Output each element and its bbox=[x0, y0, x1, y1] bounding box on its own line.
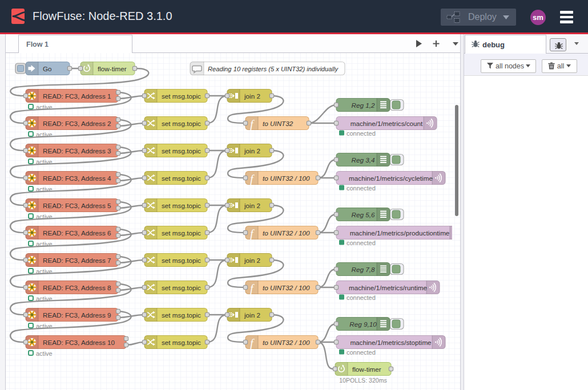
svg-text:Reading 10 registers (5 x UINT: Reading 10 registers (5 x UINT32) indivi… bbox=[208, 66, 339, 72]
svg-text:join 2: join 2 bbox=[244, 92, 260, 100]
svg-text:to UINT32 / 100: to UINT32 / 100 bbox=[263, 284, 310, 291]
svg-text:active: active bbox=[36, 295, 53, 302]
svg-text:machine/1/metrics/stoptime: machine/1/metrics/stoptime bbox=[350, 339, 431, 346]
svg-text:machine/1/metrics/count: machine/1/metrics/count bbox=[351, 120, 423, 127]
svg-text:active: active bbox=[36, 323, 53, 330]
svg-text:machine/1/metrics/runtime: machine/1/metrics/runtime bbox=[349, 284, 427, 291]
svg-text:machine/1/metrics/productionti: machine/1/metrics/productiontime bbox=[350, 229, 450, 237]
svg-text:READ: FC3, Address 3: READ: FC3, Address 3 bbox=[43, 147, 111, 155]
svg-text:active: active bbox=[36, 268, 53, 275]
svg-text:set msg.topic: set msg.topic bbox=[162, 229, 201, 237]
svg-text:join 2: join 2 bbox=[244, 311, 260, 319]
svg-text:active: active bbox=[36, 104, 53, 111]
svg-text:Reg 7,8: Reg 7,8 bbox=[352, 266, 375, 273]
svg-text:to UINT32 / 100: to UINT32 / 100 bbox=[263, 339, 310, 346]
svg-text:connected: connected bbox=[347, 349, 376, 356]
svg-text:join 2: join 2 bbox=[244, 257, 260, 264]
svg-text:set msg.topic: set msg.topic bbox=[162, 120, 201, 127]
svg-text:active: active bbox=[36, 186, 53, 193]
svg-text:connected: connected bbox=[347, 130, 376, 137]
svg-text:active: active bbox=[36, 213, 53, 220]
svg-text:Reg 5,6: Reg 5,6 bbox=[352, 211, 375, 218]
svg-text:connected: connected bbox=[347, 294, 376, 301]
svg-text:set msg.topic: set msg.topic bbox=[162, 202, 201, 209]
svg-text:set msg.topic: set msg.topic bbox=[162, 174, 201, 182]
svg-text:join 2: join 2 bbox=[244, 147, 260, 155]
svg-text:READ: FC3, Address 7: READ: FC3, Address 7 bbox=[43, 257, 111, 264]
svg-text:active: active bbox=[36, 159, 53, 165]
svg-text:READ: FC3, Address 1: READ: FC3, Address 1 bbox=[43, 92, 111, 100]
svg-text:READ: FC3, Address 8: READ: FC3, Address 8 bbox=[43, 284, 111, 291]
svg-text:active: active bbox=[36, 350, 53, 357]
svg-text:set msg.topic: set msg.topic bbox=[162, 284, 201, 291]
svg-text:Go: Go bbox=[43, 65, 52, 72]
svg-text:Reg 3,4: Reg 3,4 bbox=[352, 156, 375, 164]
svg-text:flow-timer: flow-timer bbox=[98, 65, 127, 72]
svg-text:to UINT32: to UINT32 bbox=[263, 120, 293, 127]
svg-text:connected: connected bbox=[347, 239, 376, 246]
svg-text:machine/1/metrics/cycletime: machine/1/metrics/cycletime bbox=[349, 174, 433, 182]
svg-text:READ: FC3, Address 2: READ: FC3, Address 2 bbox=[43, 120, 111, 127]
svg-text:10POLLS: 320ms: 10POLLS: 320ms bbox=[339, 377, 387, 384]
svg-text:to UINT32 / 100: to UINT32 / 100 bbox=[263, 229, 310, 237]
svg-text:READ: FC3, Address 4: READ: FC3, Address 4 bbox=[43, 174, 111, 182]
svg-text:set msg.topic: set msg.topic bbox=[162, 257, 201, 264]
svg-text:connected: connected bbox=[347, 185, 376, 192]
svg-text:active: active bbox=[36, 241, 53, 247]
svg-text:READ: FC3, Address 9: READ: FC3, Address 9 bbox=[43, 311, 111, 319]
svg-text:to UINT32 / 100: to UINT32 / 100 bbox=[263, 174, 310, 182]
svg-text:set msg.topic: set msg.topic bbox=[162, 339, 201, 346]
svg-text:READ: FC3, Address 5: READ: FC3, Address 5 bbox=[43, 202, 111, 209]
svg-text:READ: FC3, Address 6: READ: FC3, Address 6 bbox=[43, 229, 111, 237]
svg-text:Reg 9,10: Reg 9,10 bbox=[349, 320, 377, 328]
svg-text:READ: FC3, Address 10: READ: FC3, Address 10 bbox=[43, 339, 115, 346]
svg-text:set msg.topic: set msg.topic bbox=[162, 147, 201, 155]
svg-text:flow-timer: flow-timer bbox=[352, 365, 381, 373]
svg-text:active: active bbox=[36, 131, 53, 138]
svg-text:Reg 1,2: Reg 1,2 bbox=[352, 101, 375, 109]
svg-text:set msg.topic: set msg.topic bbox=[162, 311, 201, 319]
svg-text:set msg.topic: set msg.topic bbox=[162, 92, 201, 100]
svg-text:join 2: join 2 bbox=[244, 202, 260, 209]
